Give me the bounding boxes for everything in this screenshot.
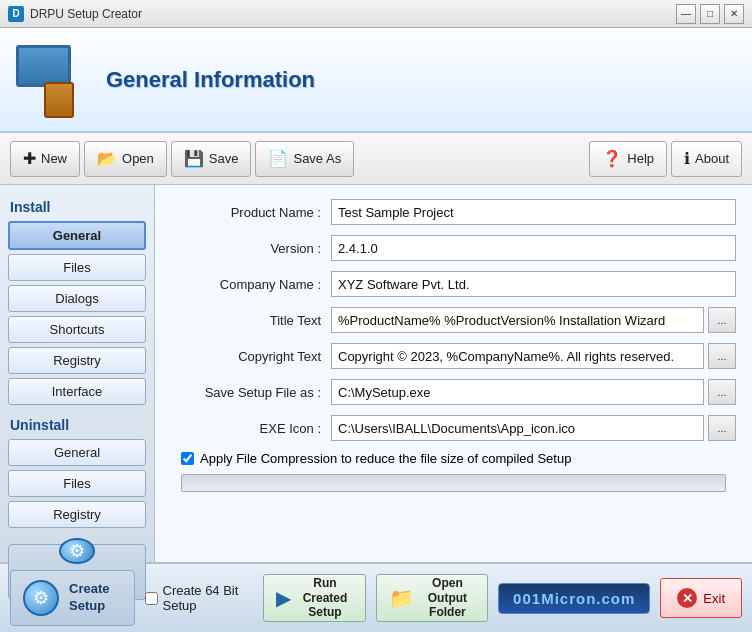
sidebar: Install General Files Dialogs Shortcuts … bbox=[0, 185, 155, 562]
save-button[interactable]: 💾 Save bbox=[171, 141, 252, 177]
copyright-text-row: Copyright Text ... bbox=[171, 343, 736, 369]
title-text-row: Title Text ... bbox=[171, 307, 736, 333]
company-name-input[interactable] bbox=[331, 271, 736, 297]
branding-text: 001Micron.com bbox=[498, 583, 650, 614]
compression-checkbox[interactable] bbox=[181, 452, 194, 465]
stamp-icon bbox=[44, 82, 74, 118]
open-icon: 📂 bbox=[97, 149, 117, 168]
exit-button[interactable]: ✕ Exit bbox=[660, 578, 742, 618]
close-button[interactable]: ✕ bbox=[724, 4, 744, 24]
open-output-folder-label: Open OutputFolder bbox=[420, 576, 475, 619]
save-icon: 💾 bbox=[184, 149, 204, 168]
title-bar-buttons: — □ ✕ bbox=[676, 4, 744, 24]
run-created-setup-label: Run CreatedSetup bbox=[297, 576, 352, 619]
uninstall-section-label: Uninstall bbox=[10, 417, 146, 433]
save-as-label: Save As bbox=[293, 151, 341, 166]
sidebar-item-shortcuts[interactable]: Shortcuts bbox=[8, 316, 146, 343]
save-setup-input[interactable] bbox=[331, 379, 704, 405]
run-icon: ▶ bbox=[276, 586, 291, 610]
minimize-button[interactable]: — bbox=[676, 4, 696, 24]
product-name-label: Product Name : bbox=[171, 205, 331, 220]
title-text-browse-btn[interactable]: ... bbox=[708, 307, 736, 333]
new-icon: ✚ bbox=[23, 149, 36, 168]
folder-icon: 📁 bbox=[389, 586, 414, 610]
copyright-text-browse-btn[interactable]: ... bbox=[708, 343, 736, 369]
create-setup-icon: ⚙ bbox=[59, 538, 95, 564]
exit-label: Exit bbox=[703, 591, 725, 606]
product-name-input[interactable] bbox=[331, 199, 736, 225]
new-label: New bbox=[41, 151, 67, 166]
title-bar-text: DRPU Setup Creator bbox=[30, 7, 676, 21]
save-as-icon: 📄 bbox=[268, 149, 288, 168]
header: General Information bbox=[0, 28, 752, 133]
create-setup-bottom-icon: ⚙ bbox=[23, 580, 59, 616]
save-setup-row: Save Setup File as : ... bbox=[171, 379, 736, 405]
open-button[interactable]: 📂 Open bbox=[84, 141, 167, 177]
help-label: Help bbox=[627, 151, 654, 166]
toolbar: ✚ New 📂 Open 💾 Save 📄 Save As ❓ Help ℹ A… bbox=[0, 133, 752, 185]
help-button[interactable]: ❓ Help bbox=[589, 141, 667, 177]
sidebar-item-registry-install[interactable]: Registry bbox=[8, 347, 146, 374]
title-text-input[interactable] bbox=[331, 307, 704, 333]
about-label: About bbox=[695, 151, 729, 166]
install-section-label: Install bbox=[10, 199, 146, 215]
monitor-icon bbox=[16, 45, 71, 87]
save-as-button[interactable]: 📄 Save As bbox=[255, 141, 354, 177]
header-icon bbox=[16, 40, 96, 120]
header-title: General Information bbox=[106, 67, 315, 93]
sidebar-item-general-uninstall[interactable]: General bbox=[8, 439, 146, 466]
about-button[interactable]: ℹ About bbox=[671, 141, 742, 177]
copyright-text-label: Copyright Text bbox=[171, 349, 331, 364]
create-setup-bottom-text: CreateSetup bbox=[69, 581, 109, 615]
exe-icon-row: EXE Icon : ... bbox=[171, 415, 736, 441]
exe-icon-input[interactable] bbox=[331, 415, 704, 441]
title-text-label: Title Text bbox=[171, 313, 331, 328]
title-bar: D DRPU Setup Creator — □ ✕ bbox=[0, 0, 752, 28]
content-area: Product Name : Version : Company Name : … bbox=[155, 185, 752, 562]
save-setup-browse-btn[interactable]: ... bbox=[708, 379, 736, 405]
exe-icon-label: EXE Icon : bbox=[171, 421, 331, 436]
app-icon: D bbox=[8, 6, 24, 22]
create-64bit-row: Create 64 Bit Setup bbox=[145, 583, 254, 613]
about-icon: ℹ bbox=[684, 149, 690, 168]
compression-label: Apply File Compression to reduce the fil… bbox=[200, 451, 571, 466]
open-output-folder-button[interactable]: 📁 Open OutputFolder bbox=[376, 574, 488, 622]
help-icon: ❓ bbox=[602, 149, 622, 168]
compression-checkbox-row: Apply File Compression to reduce the fil… bbox=[181, 451, 736, 466]
sidebar-item-dialogs[interactable]: Dialogs bbox=[8, 285, 146, 312]
sidebar-item-files-uninstall[interactable]: Files bbox=[8, 470, 146, 497]
open-label: Open bbox=[122, 151, 154, 166]
sidebar-item-registry-uninstall[interactable]: Registry bbox=[8, 501, 146, 528]
create-setup-bottom-panel[interactable]: ⚙ CreateSetup bbox=[10, 570, 135, 626]
new-button[interactable]: ✚ New bbox=[10, 141, 80, 177]
version-input[interactable] bbox=[331, 235, 736, 261]
exit-icon: ✕ bbox=[677, 588, 697, 608]
version-row: Version : bbox=[171, 235, 736, 261]
run-created-setup-button[interactable]: ▶ Run CreatedSetup bbox=[263, 574, 365, 622]
save-setup-label: Save Setup File as : bbox=[171, 385, 331, 400]
progress-bar bbox=[181, 474, 726, 492]
create-64bit-checkbox[interactable] bbox=[145, 592, 158, 605]
copyright-text-input[interactable] bbox=[331, 343, 704, 369]
create-64bit-label: Create 64 Bit Setup bbox=[163, 583, 254, 613]
sidebar-item-interface[interactable]: Interface bbox=[8, 378, 146, 405]
sidebar-item-files-install[interactable]: Files bbox=[8, 254, 146, 281]
company-name-row: Company Name : bbox=[171, 271, 736, 297]
bottom-bar: ⚙ CreateSetup Create 64 Bit Setup ▶ Run … bbox=[0, 562, 752, 632]
sidebar-item-general-install[interactable]: General bbox=[8, 221, 146, 250]
main-layout: Install General Files Dialogs Shortcuts … bbox=[0, 185, 752, 562]
branding-area: 001Micron.com bbox=[498, 583, 650, 614]
company-name-label: Company Name : bbox=[171, 277, 331, 292]
save-label: Save bbox=[209, 151, 239, 166]
version-label: Version : bbox=[171, 241, 331, 256]
maximize-button[interactable]: □ bbox=[700, 4, 720, 24]
product-name-row: Product Name : bbox=[171, 199, 736, 225]
exe-icon-browse-btn[interactable]: ... bbox=[708, 415, 736, 441]
